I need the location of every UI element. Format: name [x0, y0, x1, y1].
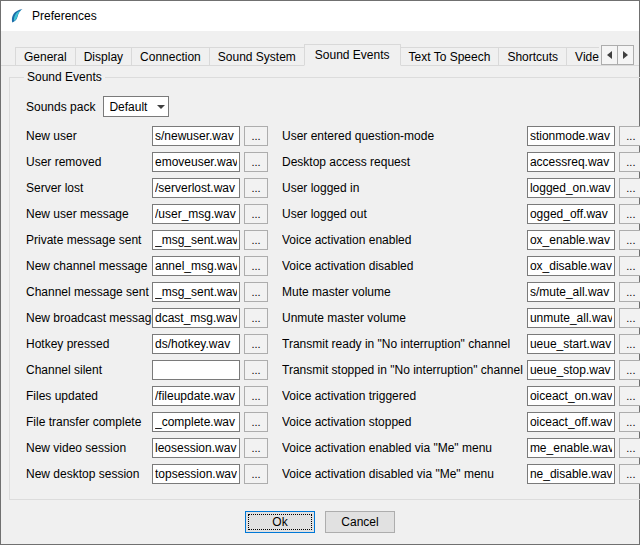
sound-event-row: Files updated... — [26, 386, 268, 406]
browse-button[interactable]: ... — [619, 282, 640, 302]
browse-button[interactable]: ... — [244, 464, 268, 484]
sound-event-row: File transfer complete... — [26, 412, 268, 432]
right-column: User entered question-mode...Desktop acc… — [282, 126, 640, 490]
sound-event-label: New channel message — [26, 259, 152, 273]
sound-file-input[interactable] — [527, 152, 615, 172]
sound-event-columns: New user...User removed...Server lost...… — [26, 126, 640, 490]
browse-button[interactable]: ... — [244, 152, 268, 172]
groupbox-title: Sound Events — [24, 70, 105, 84]
browse-button[interactable]: ... — [619, 308, 640, 328]
browse-button[interactable]: ... — [244, 230, 268, 250]
sound-file-input[interactable] — [527, 230, 615, 250]
sound-file-input[interactable] — [527, 438, 615, 458]
sound-file-input[interactable] — [527, 412, 615, 432]
sound-event-row: User removed... — [26, 152, 268, 172]
titlebar: Preferences — [1, 1, 639, 31]
tab-scroll-left-button[interactable] — [601, 45, 618, 65]
sound-event-row: User logged out... — [282, 204, 640, 224]
browse-button[interactable]: ... — [619, 412, 640, 432]
browse-button[interactable]: ... — [244, 256, 268, 276]
browse-button[interactable]: ... — [244, 386, 268, 406]
chevron-down-icon — [153, 105, 168, 109]
sound-event-label: User logged in — [282, 181, 527, 195]
browse-button[interactable]: ... — [619, 230, 640, 250]
browse-button[interactable]: ... — [619, 438, 640, 458]
sound-event-row: Voice activation enabled via "Me" menu..… — [282, 438, 640, 458]
sound-file-input[interactable] — [152, 438, 240, 458]
sound-file-input[interactable] — [527, 360, 615, 380]
tab-display[interactable]: Display — [75, 47, 132, 66]
tab-sound-events[interactable]: Sound Events — [304, 44, 401, 66]
browse-button[interactable]: ... — [244, 360, 268, 380]
sound-event-label: Voice activation triggered — [282, 389, 527, 403]
sound-event-row: New channel message... — [26, 256, 268, 276]
sound-file-input[interactable] — [527, 464, 615, 484]
browse-button[interactable]: ... — [619, 256, 640, 276]
tab-shortcuts[interactable]: Shortcuts — [498, 47, 567, 66]
browse-button[interactable]: ... — [619, 204, 640, 224]
sound-file-input[interactable] — [152, 360, 240, 380]
sound-file-input[interactable] — [152, 152, 240, 172]
browse-button[interactable]: ... — [244, 282, 268, 302]
sound-file-input[interactable] — [527, 256, 615, 276]
sound-event-label: Hotkey pressed — [26, 337, 152, 351]
tab-general[interactable]: General — [15, 47, 76, 66]
sound-file-input[interactable] — [152, 464, 240, 484]
browse-button[interactable]: ... — [244, 126, 268, 146]
sound-file-input[interactable] — [152, 204, 240, 224]
ok-button[interactable]: Ok — [245, 511, 315, 533]
browse-button[interactable]: ... — [244, 308, 268, 328]
browse-button[interactable]: ... — [244, 334, 268, 354]
sound-event-row: Unmute master volume... — [282, 308, 640, 328]
browse-button[interactable]: ... — [244, 438, 268, 458]
tab-video[interactable]: Video — [566, 47, 599, 66]
sound-event-label: Private message sent — [26, 233, 152, 247]
sound-file-input[interactable] — [152, 256, 240, 276]
sound-file-input[interactable] — [527, 126, 615, 146]
browse-button[interactable]: ... — [244, 204, 268, 224]
sound-file-input[interactable] — [152, 178, 240, 198]
sound-event-label: File transfer complete — [26, 415, 152, 429]
sound-file-input[interactable] — [527, 334, 615, 354]
browse-button[interactable]: ... — [619, 178, 640, 198]
sound-event-row: Desktop access request... — [282, 152, 640, 172]
sound-event-row: Transmit ready in "No interruption" chan… — [282, 334, 640, 354]
browse-button[interactable]: ... — [244, 178, 268, 198]
sound-file-input[interactable] — [527, 204, 615, 224]
sound-file-input[interactable] — [527, 386, 615, 406]
browse-button[interactable]: ... — [619, 360, 640, 380]
sound-event-label: Voice activation disabled via "Me" menu — [282, 467, 527, 481]
browse-button[interactable]: ... — [619, 152, 640, 172]
browse-button[interactable]: ... — [619, 126, 640, 146]
browse-button[interactable]: ... — [619, 386, 640, 406]
sound-event-row: Voice activation enabled... — [282, 230, 640, 250]
sound-event-row: Channel message sent... — [26, 282, 268, 302]
sound-event-label: Channel silent — [26, 363, 152, 377]
app-icon — [9, 8, 25, 24]
sound-file-input[interactable] — [527, 282, 615, 302]
tab-connection[interactable]: Connection — [131, 47, 210, 66]
sound-event-label: New video session — [26, 441, 152, 455]
tab-page-sound-events: Sound Events Sounds pack Default New use… — [1, 66, 639, 500]
tab-scroll-right-button[interactable] — [617, 45, 634, 65]
sound-file-input[interactable] — [152, 308, 240, 328]
sound-event-row: Mute master volume... — [282, 282, 640, 302]
sound-file-input[interactable] — [152, 230, 240, 250]
sound-file-input[interactable] — [152, 334, 240, 354]
browse-button[interactable]: ... — [244, 412, 268, 432]
sound-file-input[interactable] — [152, 126, 240, 146]
tab-scroll-left-icon — [607, 51, 612, 59]
sounds-pack-select[interactable]: Default — [103, 96, 169, 117]
sound-file-input[interactable] — [527, 308, 615, 328]
sound-file-input[interactable] — [152, 412, 240, 432]
browse-button[interactable]: ... — [619, 334, 640, 354]
sound-file-input[interactable] — [152, 386, 240, 406]
browse-button[interactable]: ... — [619, 464, 640, 484]
sound-event-label: New desktop session — [26, 467, 152, 481]
sound-event-row: Transmit stopped in "No interruption" ch… — [282, 360, 640, 380]
sound-file-input[interactable] — [152, 282, 240, 302]
tab-text-to-speech[interactable]: Text To Speech — [400, 47, 500, 66]
tab-sound-system[interactable]: Sound System — [209, 47, 305, 66]
cancel-button[interactable]: Cancel — [325, 511, 395, 533]
sound-file-input[interactable] — [527, 178, 615, 198]
